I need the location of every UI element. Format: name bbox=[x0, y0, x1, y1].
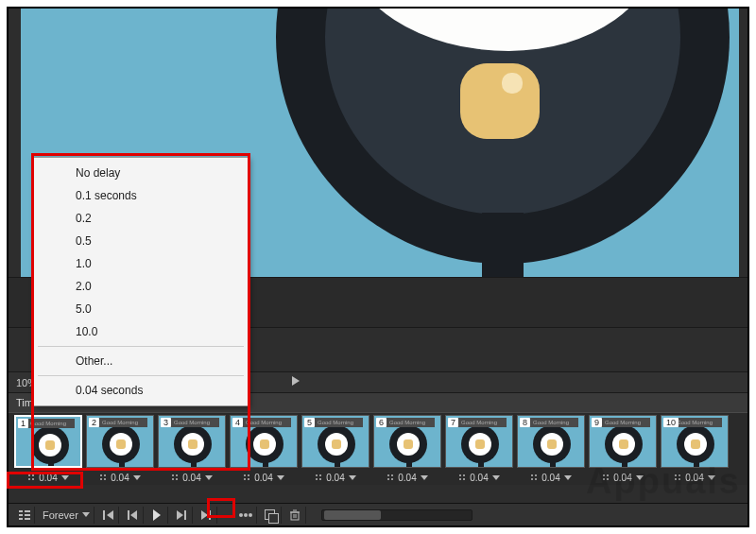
frame-thumbnail[interactable]: 2 Good Morning bbox=[86, 415, 154, 468]
svg-point-0 bbox=[28, 474, 30, 476]
frame-item[interactable]: 4 Good Morning 0.04 bbox=[228, 413, 300, 485]
frame-item[interactable]: 1 Good Morning 0.04 bbox=[12, 413, 84, 485]
frame-delay-selector[interactable]: 0.04 bbox=[443, 470, 515, 485]
svg-point-26 bbox=[459, 478, 461, 480]
play-button[interactable] bbox=[147, 507, 168, 524]
svg-point-18 bbox=[316, 478, 318, 480]
menu-item[interactable]: 0.2 bbox=[34, 207, 248, 230]
chevron-down-icon bbox=[133, 475, 141, 480]
frame-item[interactable]: 9 Good Morning 0.04 bbox=[587, 413, 659, 485]
svg-point-31 bbox=[535, 478, 537, 480]
pan-handle bbox=[482, 213, 524, 277]
frame-delay-icon bbox=[243, 474, 250, 481]
frame-delay-selector[interactable]: 0.04 bbox=[371, 470, 443, 485]
menu-item[interactable]: 0.5 bbox=[34, 230, 248, 252]
menu-item[interactable]: No delay bbox=[34, 162, 248, 184]
frame-item[interactable]: 5 Good Morning 0.04 bbox=[300, 413, 371, 485]
svg-point-25 bbox=[463, 474, 465, 476]
frame-thumbnail[interactable]: 6 Good Morning bbox=[373, 415, 441, 468]
prev-frame-button[interactable] bbox=[123, 507, 144, 524]
egg-yolk bbox=[460, 63, 540, 139]
svg-point-36 bbox=[675, 474, 677, 476]
frame-delay-menu: No delay0.1 seconds0.20.51.02.05.010.0Ot… bbox=[33, 157, 249, 406]
frame-delay-selector[interactable]: 0.04 bbox=[156, 470, 228, 485]
frame-delay-selector[interactable]: 0.04 bbox=[84, 470, 156, 485]
chevron-down-icon bbox=[205, 475, 213, 480]
svg-point-13 bbox=[248, 474, 249, 476]
frame-item[interactable]: 6 Good Morning 0.04 bbox=[371, 413, 443, 485]
frames-scrollbar[interactable] bbox=[321, 509, 472, 521]
frame-item[interactable]: 10 Good Morning 0.04 bbox=[659, 413, 730, 485]
frame-delay-selector[interactable]: 0.04 bbox=[515, 470, 587, 485]
frame-delay-value: 0.04 bbox=[182, 473, 200, 483]
svg-point-20 bbox=[387, 474, 389, 476]
frame-delay-selector[interactable]: 0.04 bbox=[228, 470, 300, 485]
menu-item[interactable]: 5.0 bbox=[34, 298, 248, 320]
frame-thumbnail[interactable]: 10 Good Morning bbox=[661, 415, 729, 468]
frame-number: 9 bbox=[592, 418, 602, 427]
duplicate-frame-button[interactable] bbox=[261, 507, 282, 524]
svg-point-12 bbox=[244, 474, 246, 476]
menu-item[interactable]: 1.0 bbox=[34, 252, 248, 275]
loop-select[interactable]: Forever bbox=[39, 507, 94, 524]
frame-thumb-label: Good Morning bbox=[380, 418, 435, 427]
frame-item[interactable]: 8 Good Morning 0.04 bbox=[515, 413, 587, 485]
menu-separator bbox=[38, 346, 244, 347]
frame-delay-selector[interactable]: 0.04 bbox=[12, 470, 84, 485]
menu-item-current[interactable]: 0.04 seconds bbox=[34, 379, 248, 402]
frame-delay-selector[interactable]: 0.04 bbox=[587, 470, 659, 485]
frame-number: 8 bbox=[520, 418, 530, 427]
frame-delay-icon bbox=[171, 474, 179, 481]
svg-point-38 bbox=[675, 478, 677, 480]
menu-item[interactable]: 0.1 seconds bbox=[34, 184, 248, 207]
menu-item-other[interactable]: Other... bbox=[34, 350, 248, 372]
timeline-toolbar: Forever bbox=[9, 503, 747, 525]
frame-delay-icon bbox=[674, 474, 681, 481]
svg-point-2 bbox=[28, 478, 30, 480]
tween-button[interactable] bbox=[236, 507, 257, 524]
frame-delay-value: 0.04 bbox=[254, 473, 272, 483]
frame-number: 4 bbox=[232, 418, 243, 427]
frame-thumb-label: Good Morning bbox=[308, 418, 363, 427]
svg-point-35 bbox=[607, 478, 609, 480]
frame-thumbnail[interactable]: 3 Good Morning bbox=[158, 415, 226, 468]
frames-strip[interactable]: 1 Good Morning 0.04 2 Good Morning bbox=[9, 413, 747, 485]
frame-thumbnail[interactable]: 7 Good Morning bbox=[445, 415, 513, 468]
frame-delay-icon bbox=[99, 474, 107, 481]
frame-delay-icon bbox=[602, 474, 610, 481]
timeline-marker-icon[interactable] bbox=[292, 376, 300, 386]
svg-rect-45 bbox=[25, 518, 30, 520]
frame-delay-value: 0.04 bbox=[613, 473, 631, 483]
frame-thumb-art bbox=[671, 425, 720, 463]
frame-item[interactable]: 7 Good Morning 0.04 bbox=[443, 413, 515, 485]
svg-rect-42 bbox=[19, 518, 23, 520]
convert-timeline-button[interactable] bbox=[14, 507, 35, 524]
menu-item[interactable]: 2.0 bbox=[34, 275, 248, 298]
frame-thumbnail[interactable]: 1 Good Morning bbox=[14, 415, 82, 468]
svg-point-48 bbox=[239, 513, 243, 517]
frame-delay-selector[interactable]: 0.04 bbox=[659, 470, 730, 485]
svg-point-9 bbox=[176, 474, 178, 476]
frame-delay-value: 0.04 bbox=[685, 473, 703, 483]
frame-thumbnail[interactable]: 5 Good Morning bbox=[301, 415, 369, 468]
svg-point-3 bbox=[32, 478, 34, 480]
scrollbar-thumb[interactable] bbox=[324, 510, 381, 520]
menu-item[interactable]: 10.0 bbox=[34, 320, 248, 343]
frame-delay-selector[interactable]: 0.04 bbox=[300, 470, 371, 485]
svg-point-22 bbox=[387, 478, 389, 480]
svg-point-30 bbox=[531, 478, 533, 480]
next-frame-button[interactable] bbox=[172, 507, 193, 524]
frame-item[interactable]: 3 Good Morning 0.04 bbox=[156, 413, 228, 485]
first-frame-button[interactable] bbox=[98, 507, 119, 524]
frame-thumbnail[interactable]: 8 Good Morning bbox=[517, 415, 585, 468]
frame-item[interactable]: 2 Good Morning 0.04 bbox=[84, 413, 156, 485]
delete-frame-button[interactable] bbox=[285, 507, 306, 524]
frame-delay-icon bbox=[530, 474, 538, 481]
frame-thumbnail[interactable]: 9 Good Morning bbox=[589, 415, 657, 468]
frame-thumb-art bbox=[240, 425, 289, 463]
frame-delay-value: 0.04 bbox=[541, 473, 559, 483]
svg-point-23 bbox=[391, 478, 393, 480]
svg-point-27 bbox=[463, 478, 465, 480]
frame-thumbnail[interactable]: 4 Good Morning bbox=[230, 415, 298, 468]
last-frame-button[interactable] bbox=[197, 507, 217, 524]
